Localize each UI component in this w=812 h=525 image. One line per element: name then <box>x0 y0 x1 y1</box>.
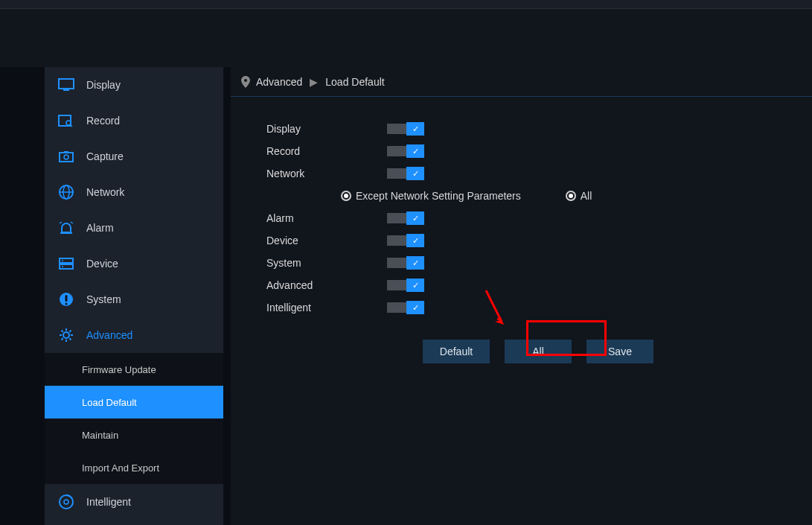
radio-option-except[interactable]: Except Network Setting Parameters <box>341 190 566 202</box>
svg-rect-7 <box>64 151 68 153</box>
device-icon <box>58 255 74 272</box>
sidebar-item-display[interactable]: Display <box>45 67 223 103</box>
action-buttons: Default All Save <box>423 340 812 363</box>
check-icon: ✓ <box>406 301 424 314</box>
sidebar: Display Record Capture Network Alarm <box>45 67 223 525</box>
capture-icon <box>58 148 74 165</box>
setting-row-advanced: Advanced ✓ <box>266 274 812 296</box>
sidebar-item-label: Advanced <box>86 329 132 341</box>
button-label: All <box>532 346 544 357</box>
setting-label: System <box>266 257 387 269</box>
sidebar-sub-label: Firmware Update <box>82 364 156 375</box>
breadcrumb-item-2: Load Default <box>325 76 384 88</box>
top-strip <box>0 0 812 9</box>
check-icon: ✓ <box>406 256 424 270</box>
toggle-display[interactable]: ✓ <box>387 122 424 136</box>
sidebar-item-label: Device <box>86 258 118 270</box>
sidebar-item-network[interactable]: Network <box>45 174 223 210</box>
toggle-track <box>387 302 406 313</box>
advanced-icon <box>58 327 74 343</box>
breadcrumb-item-1[interactable]: Advanced <box>256 76 302 88</box>
setting-row-alarm: Alarm ✓ <box>266 207 812 229</box>
svg-line-12 <box>60 222 62 223</box>
sidebar-item-system[interactable]: System <box>45 281 223 317</box>
sidebar-sub-import-export[interactable]: Import And Export <box>45 451 223 484</box>
svg-rect-19 <box>65 295 68 302</box>
breadcrumb-separator-icon: ▶ <box>310 76 318 88</box>
toggle-track <box>387 146 406 156</box>
setting-label: Record <box>266 145 387 157</box>
setting-label: Intelligent <box>266 302 387 314</box>
sidebar-advanced-submenu: Firmware Update Load Default Maintain Im… <box>45 353 223 484</box>
toggle-track <box>387 258 406 268</box>
sidebar-item-label: Capture <box>86 150 124 162</box>
svg-rect-11 <box>60 232 72 234</box>
toggle-network[interactable]: ✓ <box>387 167 424 180</box>
check-icon: ✓ <box>406 167 424 180</box>
breadcrumb: Advanced ▶ Load Default <box>231 67 812 97</box>
check-icon: ✓ <box>406 144 424 158</box>
system-icon <box>58 291 74 308</box>
setting-row-system: System ✓ <box>266 252 812 274</box>
setting-label: Advanced <box>266 279 387 291</box>
sidebar-item-advanced[interactable]: Advanced <box>45 317 223 353</box>
sidebar-item-label: Display <box>86 79 121 91</box>
sidebar-item-label: Alarm <box>86 222 114 234</box>
sidebar-item-intelligent[interactable]: Intelligent <box>45 484 223 520</box>
check-icon: ✓ <box>406 234 424 247</box>
radio-option-all[interactable]: All <box>566 190 637 202</box>
toggle-alarm[interactable]: ✓ <box>387 211 424 225</box>
svg-point-23 <box>64 500 68 504</box>
radio-label: Except Network Setting Parameters <box>356 190 521 202</box>
setting-row-display: Display ✓ <box>266 118 812 140</box>
svg-line-13 <box>71 222 73 223</box>
check-icon: ✓ <box>406 122 424 136</box>
sidebar-item-device[interactable]: Device <box>45 246 223 281</box>
main-container: Display Record Capture Network Alarm <box>0 67 812 525</box>
toggle-advanced[interactable]: ✓ <box>387 279 424 292</box>
toggle-track <box>387 213 406 223</box>
location-icon <box>241 76 250 88</box>
sidebar-item-label: System <box>86 293 121 305</box>
header-area <box>0 9 812 67</box>
sidebar-item-capture[interactable]: Capture <box>45 139 223 174</box>
default-button[interactable]: Default <box>423 340 490 363</box>
toggle-system[interactable]: ✓ <box>387 256 424 270</box>
setting-label: Alarm <box>266 212 387 224</box>
sidebar-sub-firmware-update[interactable]: Firmware Update <box>45 353 223 386</box>
sidebar-sub-label: Import And Export <box>82 462 159 474</box>
toggle-device[interactable]: ✓ <box>387 234 424 247</box>
network-radio-group: Except Network Setting Parameters All <box>266 185 812 207</box>
svg-point-21 <box>63 332 69 338</box>
record-icon <box>58 112 74 129</box>
all-button[interactable]: All <box>505 340 572 363</box>
setting-label: Display <box>266 123 387 135</box>
svg-point-17 <box>62 266 63 267</box>
sidebar-item-label: Record <box>86 115 120 127</box>
intelligent-icon <box>58 494 74 510</box>
sidebar-item-label: Intelligent <box>86 496 131 508</box>
toggle-intelligent[interactable]: ✓ <box>387 301 424 314</box>
save-button[interactable]: Save <box>586 340 653 363</box>
radio-label: All <box>581 190 592 202</box>
sidebar-item-alarm[interactable]: Alarm <box>45 210 223 246</box>
check-icon: ✓ <box>406 279 424 292</box>
svg-rect-15 <box>60 264 73 269</box>
setting-row-device: Device ✓ <box>266 229 812 252</box>
sidebar-sub-maintain[interactable]: Maintain <box>45 419 223 451</box>
sidebar-item-record[interactable]: Record <box>45 103 223 139</box>
svg-point-20 <box>65 303 68 305</box>
sidebar-sub-label: Maintain <box>82 430 118 441</box>
check-icon: ✓ <box>406 211 424 225</box>
content-panel: Advanced ▶ Load Default Display ✓ Record… <box>231 67 812 525</box>
sidebar-item-label: Network <box>86 186 124 198</box>
network-icon <box>58 184 74 200</box>
settings-form: Display ✓ Record ✓ Network ✓ <box>231 97 812 363</box>
sidebar-sub-load-default[interactable]: Load Default <box>45 386 223 419</box>
toggle-track <box>387 124 406 134</box>
setting-label: Device <box>266 235 387 246</box>
toggle-track <box>387 168 406 179</box>
toggle-track <box>387 280 406 290</box>
toggle-record[interactable]: ✓ <box>387 144 424 158</box>
display-icon <box>58 77 74 93</box>
